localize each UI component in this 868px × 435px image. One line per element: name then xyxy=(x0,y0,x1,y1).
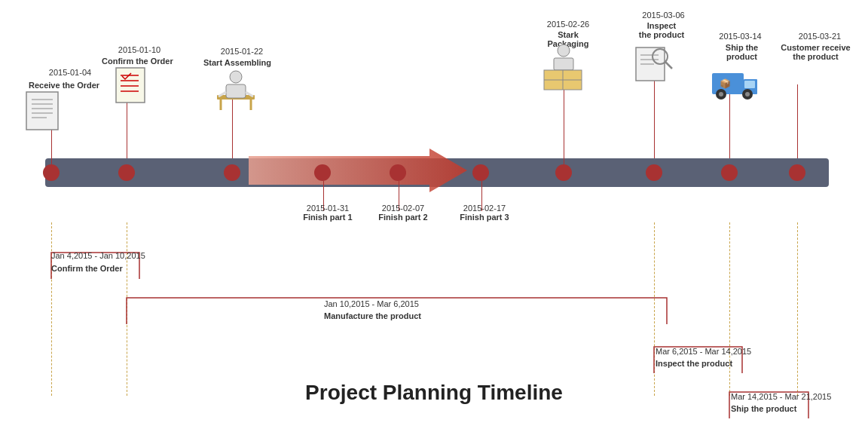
icon-ship-product: 📦 xyxy=(708,64,761,109)
tick-customer-receive xyxy=(797,84,798,158)
dot-finish-part1 xyxy=(314,164,331,181)
svg-point-15 xyxy=(230,71,242,83)
text-ship-product: Ship the product xyxy=(710,43,774,61)
text-customer-receive: Customer receivethe product xyxy=(776,43,855,61)
label-finish-part1: 2015-01-31 Finish part 1 xyxy=(294,204,362,222)
dot-start-assembling xyxy=(224,164,240,181)
text-inspect-product: Inspectthe product xyxy=(635,21,688,39)
icon-confirm-order xyxy=(113,66,151,111)
dot-finish-part3 xyxy=(472,164,489,181)
gantt-bracket-2 xyxy=(652,283,674,328)
dot-finish-part2 xyxy=(390,164,406,181)
timeline-container: 2015-01-04 Receive the Order 2015-01-10 … xyxy=(0,0,868,435)
dot-customer-receive xyxy=(789,164,805,181)
dot-confirm-order xyxy=(118,164,135,181)
icon-stark-packaging xyxy=(535,41,591,96)
dot-inspect-product xyxy=(646,164,662,181)
svg-rect-36 xyxy=(744,81,755,88)
dot-receive-order xyxy=(43,164,60,181)
gantt-bracket-1 xyxy=(124,237,147,283)
label-receive-order: 2015-01-04 xyxy=(36,68,104,77)
label-confirm-order: 2015-01-10 xyxy=(105,45,173,54)
project-title: Project Planning Timeline xyxy=(305,381,563,405)
gantt-label-1: Confirm the Order xyxy=(51,264,123,273)
dot-stark-packaging xyxy=(555,164,572,181)
svg-rect-16 xyxy=(226,84,246,98)
svg-line-29 xyxy=(665,62,672,69)
icon-receive-order xyxy=(23,90,68,135)
svg-point-35 xyxy=(745,92,750,96)
gantt-date-2: Jan 10,2015 - Mar 6,2015 xyxy=(324,299,419,308)
label-start-assembling: 2015-01-22 xyxy=(208,47,276,56)
icon-inspect-product xyxy=(633,41,678,90)
red-arrow xyxy=(249,145,467,199)
gantt-label-4: Ship the product xyxy=(731,404,796,413)
dot-ship-product xyxy=(721,164,738,181)
svg-point-19 xyxy=(558,44,570,57)
svg-rect-7 xyxy=(116,68,145,103)
gantt-vline-5 xyxy=(797,222,798,396)
svg-rect-1 xyxy=(26,92,58,130)
text-confirm-order: Confirm the Order xyxy=(102,57,177,66)
svg-point-33 xyxy=(719,92,723,96)
label-inspect-product: 2015-03-06 xyxy=(631,11,695,20)
svg-marker-0 xyxy=(249,149,467,192)
label-stark-packaging: 2015-02-26 xyxy=(538,20,598,29)
icon-start-assembling xyxy=(209,66,258,118)
text-receive-order: Receive the Order xyxy=(29,81,104,90)
gantt-label-3: Inspect the product xyxy=(656,359,732,368)
label-ship-product: 2015-03-14 xyxy=(708,32,772,41)
gantt-label-2: Manufacture the product xyxy=(324,311,421,320)
gantt-date-3: Mar 6,2015 - Mar 14,2015 xyxy=(656,347,751,356)
label-finish-part3: 2015-02-17 Finish part 3 xyxy=(451,204,518,222)
gantt-date-1: Jan 4,2015 - Jan 10,2015 xyxy=(51,251,145,260)
label-finish-part2: 2015-02-07 Finish part 2 xyxy=(369,204,437,222)
gantt-date-4: Mar 14,2015 - Mar 21,2015 xyxy=(731,392,831,401)
gantt-connector-1 xyxy=(49,237,130,283)
svg-rect-20 xyxy=(554,58,573,70)
svg-text:📦: 📦 xyxy=(720,78,731,89)
label-customer-receive: 2015-03-21 xyxy=(782,32,857,41)
